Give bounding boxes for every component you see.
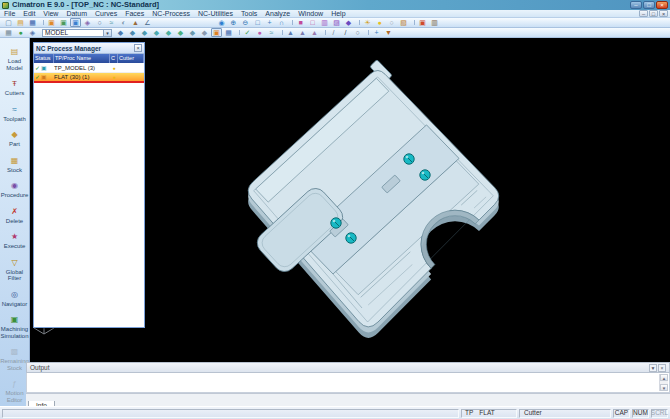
measure-icon[interactable]: ∠ — [142, 18, 153, 27]
bulb-on-icon[interactable]: ● — [374, 18, 385, 27]
sidebar-item-execute[interactable]: ★ Execute — [0, 225, 30, 250]
mdi-close-button[interactable]: × — [659, 10, 668, 17]
mdi-restore-button[interactable]: □ — [649, 10, 658, 17]
filter-planes-icon[interactable]: ◆ — [175, 28, 186, 37]
render-mode-icon[interactable]: ▧ — [398, 18, 409, 27]
output-scrollbar[interactable]: ▲ ▼ — [659, 374, 668, 391]
zoom-in-icon[interactable]: ⊕ — [228, 18, 239, 27]
close-icon[interactable]: × — [658, 364, 666, 372]
load-model-icon[interactable]: ▣ — [46, 18, 57, 27]
sidebar-item-icon: ◆ — [11, 130, 17, 139]
pin-icon[interactable]: ▼ — [649, 364, 657, 372]
rotate-view-icon[interactable]: ∩ — [276, 18, 287, 27]
hidden-line-icon[interactable]: ▥ — [319, 18, 330, 27]
close-button[interactable]: × — [656, 1, 668, 9]
select-polygon-icon[interactable]: ▲ — [297, 28, 308, 37]
pick-chain-icon[interactable]: ≈ — [266, 28, 277, 37]
scroll-up-icon[interactable]: ▲ — [660, 374, 668, 381]
bulb-off-icon[interactable]: ○ — [386, 18, 397, 27]
hide-show-icon[interactable]: ● — [15, 28, 26, 37]
menu-item[interactable]: Edit — [19, 10, 39, 18]
snapshot-icon[interactable]: ▣ — [417, 18, 428, 27]
filter-faces-icon[interactable]: ◆ — [115, 28, 126, 37]
sidebar-item-part[interactable]: ◆ Part — [0, 123, 30, 148]
menu-item[interactable]: View — [39, 10, 62, 18]
mdi-minimize-button[interactable]: – — [639, 10, 648, 17]
menu-item[interactable]: Help — [327, 10, 349, 18]
transparency-icon[interactable]: ▨ — [331, 18, 342, 27]
sidebar-item-machining-simulation[interactable]: ▣ Machining Simulation — [0, 308, 30, 339]
color-picker-icon[interactable]: ▼ — [383, 28, 394, 37]
pick-remove-icon[interactable]: ● — [254, 28, 265, 37]
model-combo[interactable]: MODEL ▾ — [42, 29, 112, 37]
menu-item[interactable]: Faces — [121, 10, 148, 18]
filter-curves-icon[interactable]: ◆ — [139, 28, 150, 37]
sets-display-icon[interactable]: ▦ — [3, 28, 14, 37]
sidebar-item-toolpath[interactable]: ≈ Toolpath — [0, 98, 30, 123]
menu-item[interactable]: Curves — [91, 10, 121, 18]
sidebar-item-label: Global Filter — [0, 269, 30, 282]
save-icon[interactable]: ▦ — [27, 18, 38, 27]
solid-icon[interactable]: ▲ — [130, 18, 141, 27]
filter-axes-icon[interactable]: ◆ — [163, 28, 174, 37]
select-cross-icon[interactable]: ▲ — [309, 28, 320, 37]
scroll-down-icon[interactable]: ▼ — [660, 384, 668, 391]
filter-sets-icon[interactable]: ▦ — [223, 28, 234, 37]
shaded-view-icon[interactable]: ■ — [295, 18, 306, 27]
wireframe-view-icon[interactable]: □ — [307, 18, 318, 27]
sidebar-item-stock[interactable]: ▦ Stock — [0, 149, 30, 174]
bulb-icon[interactable]: ● — [110, 72, 118, 82]
menu-item[interactable]: Analyze — [261, 10, 294, 18]
row-name: TP_MODEL (3) — [54, 63, 110, 73]
panel-titlebar[interactable]: NC Process Manager × — [34, 43, 144, 54]
menu-item[interactable]: NC-Utilities — [194, 10, 237, 18]
menu-item[interactable]: File — [0, 10, 19, 18]
viewport-3d[interactable]: NC Process Manager × StatusTP/Proc NameC… — [30, 38, 670, 362]
line-width-icon[interactable]: / — [340, 28, 351, 37]
filter-config-icon[interactable]: ◈ — [27, 28, 38, 37]
select-box-icon[interactable]: ▲ — [285, 28, 296, 37]
pan-icon[interactable]: + — [264, 18, 275, 27]
sidebar-item-procedure[interactable]: ◉ Procedure — [0, 174, 30, 199]
sidebar-item-load-model[interactable]: ▤ Load Model — [0, 40, 30, 71]
surface-icon[interactable]: ◐ — [118, 18, 129, 27]
zoom-out-icon[interactable]: ⊖ — [240, 18, 251, 27]
filter-solids-icon[interactable]: ◆ — [187, 28, 198, 37]
filter-points-icon[interactable]: ◆ — [151, 28, 162, 37]
pick-add-icon[interactable]: ✓ — [242, 28, 253, 37]
model-window-icon[interactable]: ▣ — [70, 18, 81, 27]
line-type-icon[interactable]: / — [328, 28, 339, 37]
datum-icon[interactable]: ◈ — [82, 18, 93, 27]
filter-edges-icon[interactable]: ◆ — [127, 28, 138, 37]
uv-display-icon[interactable]: + — [371, 28, 382, 37]
section-view-icon[interactable]: ◆ — [343, 18, 354, 27]
new-icon[interactable]: ▢ — [3, 18, 14, 27]
menu-item[interactable]: Datum — [62, 10, 91, 18]
redraw-icon[interactable]: ◉ — [216, 18, 227, 27]
light-icon[interactable]: ☀ — [362, 18, 373, 27]
bulb-icon[interactable]: ● — [110, 63, 118, 73]
sidebar-item-icon: ◉ — [11, 181, 18, 190]
tree-row-flat[interactable]: ✓ ▣ FLAT (30) (1) ● — [34, 73, 144, 83]
sidebar-item-navigator[interactable]: ◎ Navigator — [0, 283, 30, 308]
point-icon[interactable]: ○ — [94, 18, 105, 27]
sketch-icon[interactable]: ≈ — [106, 18, 117, 27]
zoom-window-icon[interactable]: □ — [252, 18, 263, 27]
filter-sketches-icon[interactable]: ◆ — [199, 28, 210, 37]
chevron-down-icon[interactable]: ▾ — [103, 30, 111, 36]
minimize-button[interactable]: – — [630, 1, 642, 9]
screen-setup-icon[interactable]: ▣ — [58, 18, 69, 27]
sidebar-item-delete[interactable]: ✗ Delete — [0, 200, 30, 225]
panel-close-icon[interactable]: × — [134, 44, 142, 52]
menu-item[interactable]: Window — [294, 10, 327, 18]
sidebar-item-global-filter[interactable]: ▽ Global Filter — [0, 251, 30, 282]
print-view-icon[interactable]: ▥ — [429, 18, 440, 27]
menu-item[interactable]: Tools — [237, 10, 261, 18]
restore-button[interactable]: □ — [643, 1, 655, 9]
open-icon[interactable]: ▤ — [15, 18, 26, 27]
sidebar-item-cutters[interactable]: Ŧ Cutters — [0, 72, 30, 97]
column-header[interactable]: Cutter — [118, 54, 144, 63]
menu-item[interactable]: NC-Process — [148, 10, 194, 18]
filter-active-icon[interactable]: ▣ — [211, 28, 222, 37]
point-style-icon[interactable]: ○ — [352, 28, 363, 37]
